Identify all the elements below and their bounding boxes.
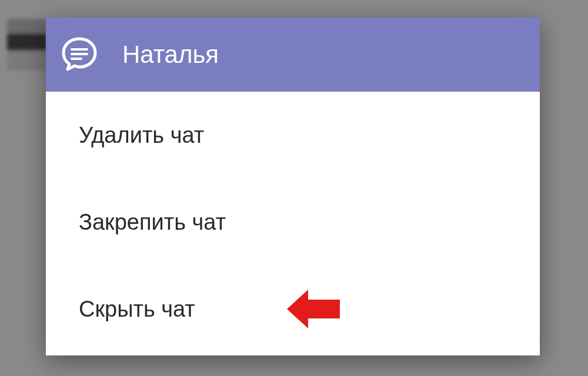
menu-label: Удалить чат [79,123,204,148]
menu-item-hide-chat[interactable]: Скрыть чат [46,266,540,352]
menu-label: Скрыть чат [79,297,195,322]
menu-label: Закрепить чат [79,210,226,235]
chat-bubble-icon [59,34,100,75]
dialog-title: Наталья [122,41,219,69]
context-menu-list: Удалить чат Закрепить чат Скрыть чат [46,92,540,352]
dialog-header: Наталья [46,18,540,92]
menu-item-pin-chat[interactable]: Закрепить чат [46,179,540,266]
chat-context-dialog: Наталья Удалить чат Закрепить чат Скрыть… [46,18,540,355]
background-blur-strip [7,19,47,70]
menu-item-delete-chat[interactable]: Удалить чат [46,92,540,179]
highlight-arrow-icon [287,287,340,331]
